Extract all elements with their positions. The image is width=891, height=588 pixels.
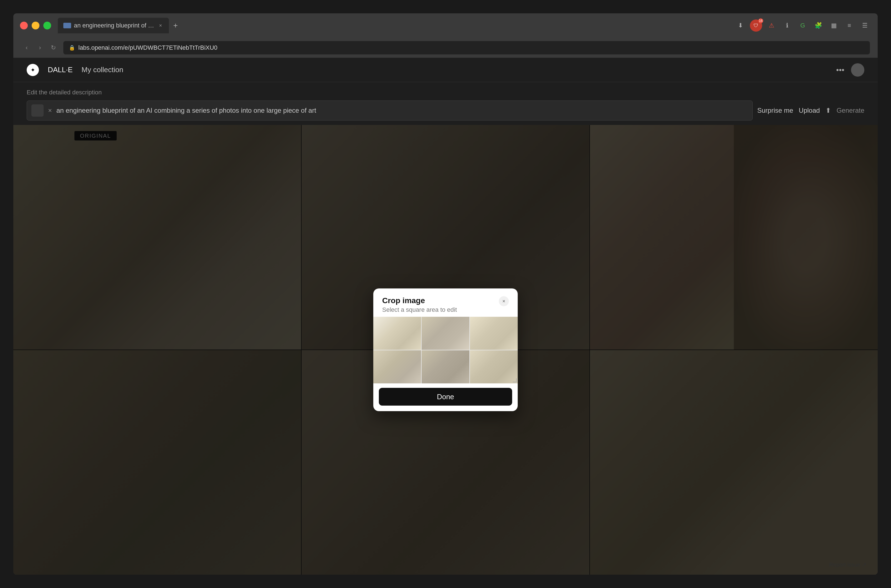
crop-modal-titles: Crop image Select a square area to edit	[382, 296, 457, 314]
maximize-window-button[interactable]	[43, 22, 51, 29]
back-button[interactable]: ‹	[21, 42, 32, 53]
minimize-window-button[interactable]	[32, 22, 39, 29]
nav-controls: ‹ › ↻	[21, 42, 59, 53]
crop-modal: Crop image Select a square area to edit …	[373, 288, 518, 411]
dalle-logo: ✦	[27, 64, 39, 76]
nav-item-dalle[interactable]: DALL·E	[48, 66, 73, 74]
prompt-clear-button[interactable]: ×	[48, 106, 52, 114]
traffic-lights	[20, 22, 51, 29]
crop-img-cell-6	[470, 350, 518, 383]
page-content: ✦ DALL·E My collection ••• Edit the deta…	[14, 58, 877, 574]
prompt-bar: × an engineering blueprint of an AI comb…	[27, 100, 753, 120]
shield-security-icon[interactable]: 🛡 16	[750, 20, 762, 32]
prompt-section: Edit the detailed description × an engin…	[14, 82, 877, 125]
new-tab-button[interactable]: +	[170, 20, 181, 31]
forward-button[interactable]: ›	[35, 42, 45, 53]
prompt-image-icon	[32, 104, 44, 117]
header-right: •••	[836, 63, 864, 76]
extensions-icon[interactable]: ⬇	[734, 20, 747, 32]
crop-img-cell-3	[470, 317, 518, 350]
url-text: labs.openai.com/e/pUWDWBCT7ETiNebTtTrBiX…	[78, 44, 864, 51]
browser-window: an engineering blueprint of an / × + ⬇ 🛡…	[14, 14, 877, 574]
menu-icon[interactable]: ☰	[859, 20, 871, 32]
tab-title: an engineering blueprint of an /	[74, 22, 155, 29]
layers-icon[interactable]: ≡	[843, 20, 855, 32]
crop-modal-subtitle: Select a square area to edit	[382, 306, 457, 314]
crop-image-area[interactable]	[373, 317, 518, 383]
upload-button[interactable]: Upload	[799, 106, 820, 114]
generate-button[interactable]: Generate	[837, 106, 864, 114]
close-window-button[interactable]	[20, 22, 28, 29]
title-bar: an engineering blueprint of an / × + ⬇ 🛡…	[14, 14, 877, 38]
crop-resize-handle[interactable]	[511, 377, 517, 382]
nav-item-collection[interactable]: My collection	[82, 66, 123, 74]
info-icon[interactable]: ℹ	[781, 20, 793, 32]
crop-image-inner	[373, 317, 518, 383]
puzzle-icon[interactable]: 🧩	[812, 20, 824, 32]
crop-img-cell-4	[373, 350, 421, 383]
lock-icon: 🔒	[69, 45, 75, 51]
prompt-text: an engineering blueprint of an AI combin…	[56, 106, 748, 114]
crop-modal-title: Crop image	[382, 296, 457, 305]
crop-img-cell-2	[422, 317, 469, 350]
tab-favicon	[63, 23, 71, 28]
crop-img-cell-5	[422, 350, 469, 383]
header-more-button[interactable]: •••	[836, 66, 844, 74]
prompt-label: Edit the detailed description	[27, 89, 864, 96]
dalle-nav: DALL·E My collection	[48, 66, 123, 74]
warning-icon[interactable]: ⚠	[765, 20, 778, 32]
screen-icon[interactable]: ▦	[828, 20, 840, 32]
g-icon[interactable]: G	[796, 20, 809, 32]
address-bar-row: ‹ › ↻ 🔒 labs.openai.com/e/pUWDWBCT7ETiNe…	[14, 38, 877, 58]
dalle-logo-symbol: ✦	[30, 67, 35, 73]
tab-bar: an engineering blueprint of an / × +	[58, 18, 730, 33]
crop-close-button[interactable]: ×	[499, 296, 509, 306]
active-tab[interactable]: an engineering blueprint of an / ×	[58, 18, 169, 33]
user-avatar[interactable]	[851, 63, 864, 76]
surprise-me-button[interactable]: Surprise me	[757, 106, 793, 114]
address-bar[interactable]: 🔒 labs.openai.com/e/pUWDWBCT7ETiNebTtTrB…	[63, 41, 870, 54]
crop-done-button[interactable]: Done	[379, 388, 512, 406]
dalle-header: ✦ DALL·E My collection •••	[14, 58, 877, 82]
upload-icon: ⬆	[825, 106, 831, 114]
crop-img-cell-1	[373, 317, 421, 350]
crop-modal-header: Crop image Select a square area to edit …	[373, 288, 518, 317]
toolbar-icons: ⬇ 🛡 16 ⚠ ℹ G 🧩 ▦ ≡ ☰	[734, 20, 871, 32]
reload-button[interactable]: ↻	[48, 42, 59, 53]
image-area: ORIGINAL Crop image Sel	[14, 125, 877, 574]
tab-close-button[interactable]: ×	[158, 23, 163, 28]
